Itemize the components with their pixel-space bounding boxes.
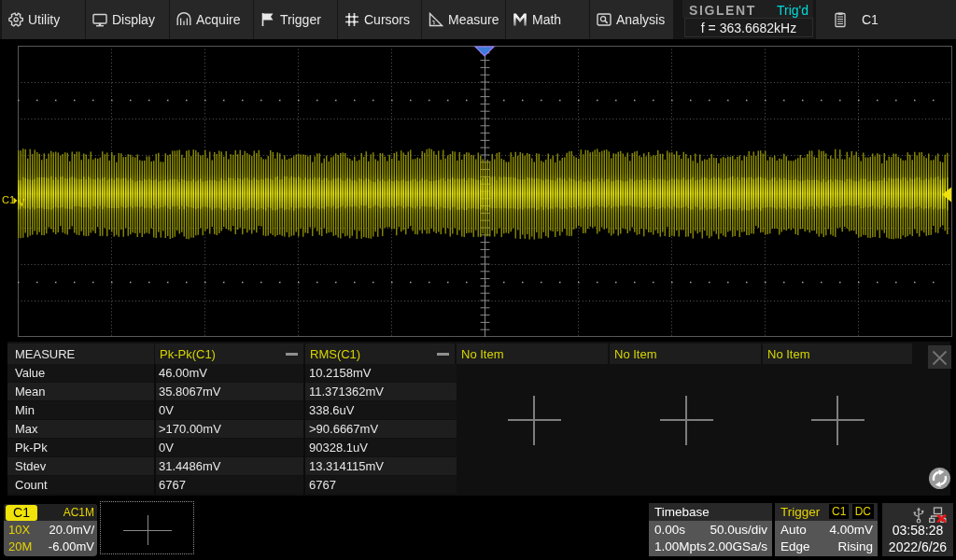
svg-text:C1: C1 <box>2 194 15 205</box>
svg-text:V: V <box>18 197 25 208</box>
